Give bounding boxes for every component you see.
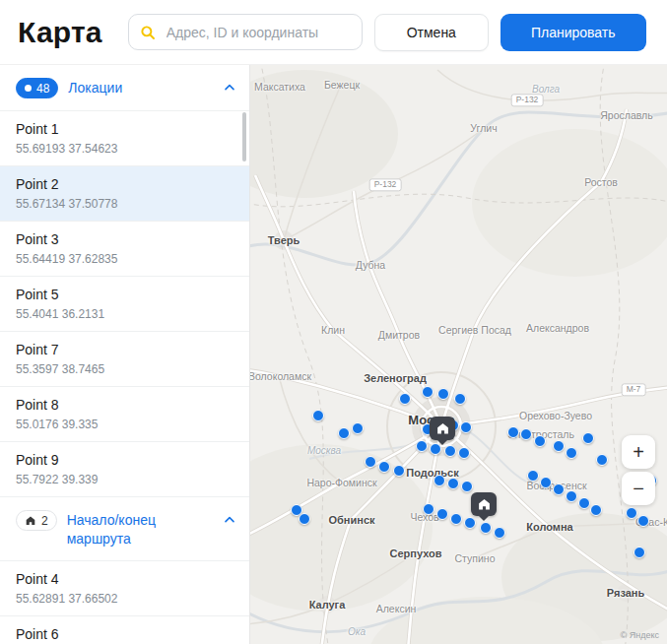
list-item[interactable]: Point 855.0176 39.335 (0, 386, 249, 441)
list-item[interactable]: Point 355.64419 37.62835 (0, 221, 249, 276)
map-marker[interactable] (634, 547, 645, 558)
map-marker[interactable] (312, 410, 324, 421)
plan-button[interactable]: Планировать (500, 14, 646, 51)
list-item[interactable]: Point 255.67134 37.50778 (0, 165, 249, 221)
badge-count: 2 (41, 514, 48, 528)
zoom-controls: + − (622, 435, 655, 505)
list-item[interactable]: Point 555.4041 36.2131 (0, 276, 249, 331)
point-coords: 55.62891 37.66502 (16, 592, 233, 606)
point-name: Point 2 (16, 175, 233, 194)
city-label: Зеленоград (364, 372, 427, 384)
point-coords: 55.0176 39.335 (16, 418, 233, 431)
city-label: Обнинск (328, 514, 374, 526)
chevron-up-icon[interactable] (222, 80, 237, 96)
map-marker[interactable] (437, 388, 449, 400)
map-marker[interactable] (464, 517, 476, 529)
city-label: Калуга (309, 599, 346, 611)
map-marker[interactable] (378, 461, 390, 473)
search-input[interactable] (165, 24, 352, 41)
map-marker[interactable] (434, 475, 445, 486)
map-marker[interactable] (566, 447, 577, 459)
badge-count: 48 (36, 82, 49, 96)
map-marker[interactable] (454, 393, 466, 405)
map-marker[interactable] (637, 515, 649, 527)
map-marker[interactable] (566, 490, 577, 502)
map-marker[interactable] (527, 470, 539, 482)
chevron-up-icon[interactable] (222, 512, 237, 528)
depot-marker[interactable] (471, 492, 497, 516)
section-header-route[interactable]: 2Начало/конец маршрута (0, 496, 249, 560)
map-marker[interactable] (416, 440, 428, 452)
city-label: Дубна (356, 259, 385, 271)
zoom-in-button[interactable]: + (622, 435, 655, 469)
cancel-button[interactable]: Отмена (374, 14, 489, 51)
map-marker[interactable] (399, 393, 411, 405)
section-label: Локации (68, 78, 212, 97)
header: Карта Отмена Планировать (0, 0, 667, 64)
map-marker[interactable] (352, 422, 364, 434)
search-box[interactable] (128, 14, 363, 50)
map-attribution: © Яндекс (621, 630, 659, 640)
map-marker[interactable] (444, 445, 456, 457)
point-coords: 55.7922 39.339 (16, 473, 233, 486)
map-marker[interactable] (582, 432, 594, 444)
map-marker[interactable] (520, 428, 532, 440)
map-marker[interactable] (590, 504, 602, 516)
map-marker[interactable] (422, 386, 434, 398)
city-label: Волоколамск (249, 370, 311, 382)
depot-marker[interactable] (430, 417, 455, 440)
list-item[interactable]: Point 755.3597 38.7465 (0, 331, 249, 386)
map-marker[interactable] (460, 421, 472, 433)
list-item[interactable]: Point 155.69193 37.54623 (0, 110, 249, 165)
map-marker[interactable] (596, 454, 608, 466)
scrollbar[interactable] (242, 112, 246, 161)
map-marker[interactable] (553, 483, 565, 495)
city-label: Алексин (376, 603, 417, 614)
map-marker[interactable] (393, 465, 405, 477)
map-marker[interactable] (507, 426, 519, 438)
list-item[interactable]: Point 455.62891 37.66502 (0, 560, 249, 615)
map-marker[interactable] (494, 527, 505, 539)
point-coords: 55.67134 37.50778 (16, 197, 233, 211)
city-label: Орехово-Зуево (519, 410, 592, 421)
point-name: Point 6 (16, 625, 233, 644)
road-badge: Р-132 (369, 178, 402, 191)
point-name: Point 9 (16, 451, 233, 470)
search-icon (139, 24, 157, 41)
map-marker[interactable] (540, 477, 552, 488)
list-item[interactable]: Point 955.7922 39.339 (0, 441, 249, 496)
map-marker[interactable] (553, 440, 565, 452)
map-marker[interactable] (534, 435, 546, 447)
map-marker[interactable] (480, 522, 492, 534)
map-marker[interactable] (461, 481, 473, 492)
map-marker[interactable] (626, 507, 637, 519)
house-icon (25, 515, 36, 527)
map-marker[interactable] (447, 478, 459, 489)
map-marker[interactable] (365, 456, 376, 468)
point-coords: 55.3597 38.7465 (16, 362, 233, 376)
city-label: Дмитров (378, 329, 420, 341)
city-label: Наро-Фоминск (306, 477, 376, 488)
city-label: Александров (526, 322, 589, 334)
point-coords: 55.69193 37.54623 (16, 142, 233, 156)
map-overlay: МаксатихаБежецкУгличЯрославльРостовВолга… (250, 65, 667, 644)
map-marker[interactable] (436, 508, 448, 520)
map-marker[interactable] (338, 427, 350, 439)
zoom-out-button[interactable]: − (622, 472, 655, 505)
main-area: 48ЛокацииPoint 155.69193 37.54623Point 2… (0, 64, 667, 644)
list-item[interactable]: Point 655.1794 38.1425 (0, 615, 249, 644)
map-marker[interactable] (450, 513, 462, 525)
map-marker[interactable] (423, 503, 434, 515)
map-marker[interactable] (578, 497, 590, 509)
map-marker[interactable] (299, 513, 310, 525)
warehouse-icon (477, 497, 492, 512)
dot-icon (25, 85, 32, 92)
point-coords: 55.4041 36.2131 (16, 307, 233, 321)
map-marker[interactable] (458, 447, 470, 459)
city-label: Волга (532, 84, 560, 95)
section-header-locations[interactable]: 48Локации (0, 65, 249, 110)
city-label: Бежецк (324, 79, 360, 91)
city-label: Сергиев Посад (438, 324, 511, 336)
map-canvas[interactable]: МаксатихаБежецкУгличЯрославльРостовВолга… (249, 65, 667, 644)
point-name: Point 1 (16, 120, 233, 139)
